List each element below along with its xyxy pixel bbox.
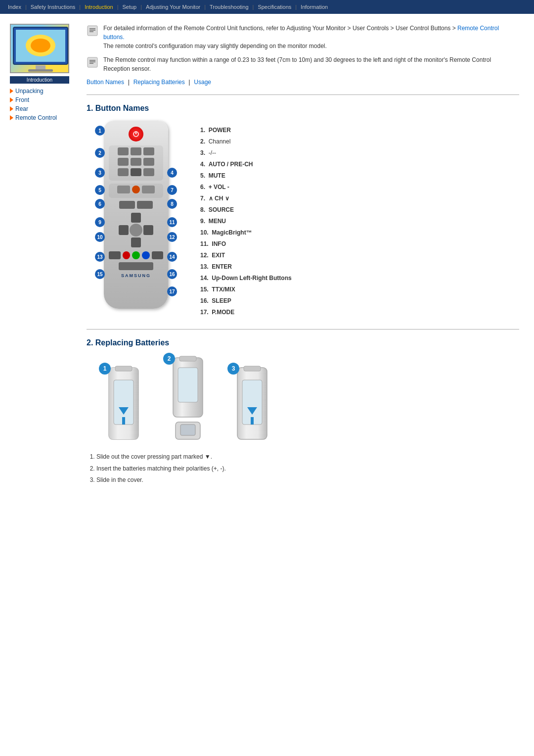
arrow-icon: [10, 97, 13, 102]
subnav-usage[interactable]: Usage: [194, 79, 211, 86]
vol-section: [109, 184, 163, 198]
svg-rect-21: [122, 417, 125, 425]
batteries-instructions: Slide out the cover pressing part marked…: [96, 452, 519, 486]
divider-1: [87, 94, 519, 95]
remote-num-2: 2: [95, 148, 105, 158]
nav-bar: Index | Safety Instructions | Introducti…: [0, 0, 534, 14]
battery-num-3: 3: [227, 363, 239, 375]
right-btn: [143, 225, 153, 235]
divider-2: [87, 329, 519, 330]
sidebar-image: [10, 24, 69, 73]
info-box-1: For detailed information of the Remote C…: [87, 24, 519, 50]
remote-num-17: 17: [167, 286, 177, 296]
list-item: 7. ∧ CH ∨: [200, 194, 519, 203]
list-item: 6. + VOL -: [200, 183, 519, 191]
ch-btn: [118, 147, 129, 155]
button-names-section: 1 2 3 4 5 6 7 8 9 10 11 12 13 14 15 16 1: [87, 121, 519, 319]
subnav-replacing-batteries[interactable]: Replacing Batteries: [134, 79, 185, 86]
list-item: Slide in the cover.: [96, 475, 519, 486]
remote-control-link[interactable]: Remote Control buttons.: [103, 25, 499, 41]
down-btn: [131, 237, 141, 247]
button-list: 1. POWER 2. Channel 3. -/-- 4. AUTO / PR…: [200, 121, 519, 319]
list-item: 12. EXIT: [200, 251, 519, 260]
samsung-brand: SAMSUNG: [109, 273, 163, 278]
remote-num-15: 15: [95, 269, 105, 279]
svg-rect-5: [28, 69, 53, 72]
sidebar-item-unpacking[interactable]: Unpacking: [10, 88, 72, 94]
remote-body: 1 2 3 4 5 6 7 8 9 10 11 12 13 14 15 16 1: [104, 121, 168, 309]
list-item: 2. Channel: [200, 137, 519, 146]
content-area: For detailed information of the Remote C…: [77, 24, 534, 502]
color-btn-blue: [142, 251, 150, 259]
list-item: 13. ENTER: [200, 262, 519, 271]
buttons-ol: 1. POWER 2. Channel 3. -/-- 4. AUTO / PR…: [200, 126, 519, 317]
remote-num-16: 16: [167, 269, 177, 279]
svg-rect-10: [88, 57, 97, 67]
ch-btn: [142, 186, 155, 193]
list-item: 8. SOURCE: [200, 205, 519, 214]
battery-svg-2: [166, 355, 210, 442]
remote-num-10: 10: [95, 232, 105, 242]
list-item: 4. AUTO / PRE-CH: [200, 160, 519, 169]
info-text-1: For detailed information of the Remote C…: [103, 24, 519, 50]
arrow-icon: [10, 115, 13, 120]
list-item: 3. -/--: [200, 148, 519, 157]
sidebar-item-remote[interactable]: Remote Control: [10, 114, 72, 121]
svg-rect-26: [180, 425, 195, 435]
nav-information[interactable]: Information: [297, 0, 332, 14]
nav-safety[interactable]: Safety Instructions: [27, 0, 80, 14]
nav-troubleshooting[interactable]: Troubleshooting: [206, 0, 252, 14]
nav-setup[interactable]: Setup: [118, 0, 140, 14]
remote-num-9: 9: [95, 217, 105, 227]
remote-image: 1 2 3 4 5 6 7 8 9 10 11 12 13 14 15 16 1: [87, 121, 185, 319]
svg-rect-31: [251, 417, 254, 425]
vol-btn: [117, 186, 130, 193]
arrow-icon: [10, 89, 13, 94]
battery-item-1: 1: [101, 365, 146, 442]
remote-num-4: 4: [167, 168, 177, 178]
svg-rect-4: [36, 65, 45, 69]
instructions-list: Slide out the cover pressing part marked…: [96, 452, 519, 486]
ch-btn: [143, 168, 154, 176]
battery-num-1: 1: [99, 363, 111, 375]
svg-rect-18: [115, 366, 132, 371]
nav-specifications[interactable]: Specifications: [254, 0, 295, 14]
info-box-2: The Remote control may function within a…: [87, 55, 519, 73]
sidebar: Introduction Unpacking Front Rear Remote…: [0, 24, 77, 502]
list-item: 10. MagicBright™: [200, 228, 519, 237]
sidebar-item-front[interactable]: Front: [10, 96, 72, 103]
remote-num-12: 12: [167, 232, 177, 242]
ch-btn: [131, 168, 141, 176]
ttx-btn: [109, 251, 121, 259]
list-item: Insert the batteries matching their pola…: [96, 464, 519, 474]
remote-num-14: 14: [167, 252, 177, 262]
remote-num-8: 8: [167, 199, 177, 209]
up-btn: [131, 213, 141, 223]
remote-num-11: 11: [167, 217, 177, 227]
power-button: [129, 127, 143, 142]
list-item: 14. Up-Down Left-Right Buttons: [200, 274, 519, 283]
nav-adjusting[interactable]: Adjusting Your Monitor: [142, 0, 204, 14]
nav-introduction[interactable]: Introduction: [81, 0, 117, 14]
note-icon-2: [87, 56, 98, 68]
section2-title: 2. Replacing Batteries: [87, 338, 519, 347]
batteries-images: 1: [101, 355, 519, 442]
sidebar-nav: Unpacking Front Rear Remote Control: [10, 88, 72, 121]
battery-svg-3: [230, 365, 274, 442]
battery-item-3: 3: [230, 365, 274, 442]
arrow-icon: [10, 106, 13, 111]
list-item: 5. MUTE: [200, 171, 519, 180]
remote-num-1: 1: [95, 126, 105, 136]
list-item: 16. SLEEP: [200, 296, 519, 305]
svg-rect-23: [179, 356, 196, 361]
list-item: Slide out the cover pressing part marked…: [96, 452, 519, 463]
main-container: Introduction Unpacking Front Rear Remote…: [0, 14, 534, 502]
color-btn-green: [132, 251, 140, 259]
nav-index[interactable]: Index: [4, 0, 25, 14]
sidebar-item-rear[interactable]: Rear: [10, 105, 72, 112]
remote-num-3: 3: [95, 168, 105, 178]
left-btn: [119, 225, 129, 235]
battery-num-2: 2: [163, 353, 175, 365]
subnav-button-names[interactable]: Button Names: [87, 79, 124, 86]
section1-title: 1. Button Names: [87, 104, 519, 113]
